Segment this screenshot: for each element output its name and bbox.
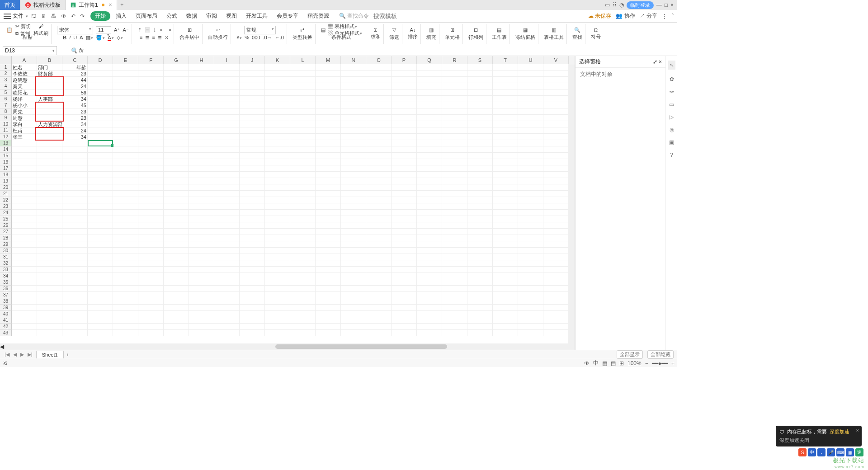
cell[interactable] [214,165,240,172]
align-justify-icon[interactable]: ≣ [158,35,162,41]
cell[interactable] [189,229,214,235]
cell[interactable] [392,178,417,184]
cell[interactable] [493,235,518,241]
cell[interactable] [392,102,417,108]
cell[interactable] [543,108,569,115]
cell[interactable] [164,324,189,330]
cell[interactable] [12,153,37,159]
cell[interactable] [518,222,543,229]
cell[interactable] [493,311,518,317]
cell[interactable] [442,305,467,311]
cell[interactable] [240,197,265,203]
cell[interactable] [493,191,518,197]
cell[interactable] [417,317,442,324]
cell[interactable] [265,89,290,96]
cell[interactable] [37,165,62,172]
cell[interactable] [493,254,518,260]
cell[interactable] [62,324,88,330]
cell[interactable] [543,241,569,248]
row-header[interactable]: 15 [0,153,12,159]
cell[interactable] [189,89,214,96]
cell[interactable] [240,267,265,273]
cell[interactable] [265,292,290,298]
cell[interactable] [442,317,467,324]
cell[interactable] [366,134,392,140]
cell[interactable] [543,235,569,241]
col-header-M[interactable]: M [316,56,341,64]
row-header[interactable]: 36 [0,286,12,292]
show-all-button[interactable]: 全部显示 [617,350,643,359]
cell[interactable] [138,292,164,298]
cell[interactable] [467,273,493,279]
cell[interactable] [189,108,214,115]
font-size-select[interactable]: 11 [96,26,111,33]
cell[interactable] [138,96,164,102]
paste-icon[interactable]: 📋 [6,27,13,33]
cell[interactable] [417,298,442,305]
cell[interactable] [290,292,316,298]
cell[interactable] [366,298,392,305]
cell[interactable] [442,146,467,153]
cell[interactable] [442,64,467,70]
cell[interactable] [113,146,138,153]
cell[interactable] [240,203,265,210]
cell[interactable] [316,140,341,146]
menu-insert[interactable]: 插入 [112,12,130,20]
cell[interactable] [113,140,138,146]
cell[interactable] [493,83,518,89]
cell[interactable] [543,222,569,229]
cell[interactable] [12,330,37,336]
cell[interactable] [366,178,392,184]
cell[interactable] [366,273,392,279]
cell[interactable] [138,203,164,210]
cell[interactable] [12,298,37,305]
cell[interactable] [467,121,493,127]
cell[interactable] [543,153,569,159]
cell[interactable] [392,203,417,210]
wrap-icon[interactable]: ↩ [216,27,220,33]
cell[interactable] [88,140,113,146]
cell[interactable] [316,305,341,311]
cell[interactable] [341,121,366,127]
cell[interactable] [366,203,392,210]
cell[interactable] [442,216,467,222]
cell[interactable] [392,77,417,83]
cell[interactable] [417,159,442,165]
cell[interactable] [518,121,543,127]
cell[interactable] [316,96,341,102]
cell[interactable] [138,267,164,273]
cell[interactable] [518,172,543,178]
cell[interactable] [392,267,417,273]
cell[interactable] [62,197,88,203]
cell[interactable] [214,254,240,260]
cell[interactable] [138,197,164,203]
cell[interactable] [290,146,316,153]
cell[interactable] [113,292,138,298]
cell[interactable] [164,165,189,172]
cell[interactable] [467,324,493,330]
cell[interactable] [12,172,37,178]
cell[interactable] [366,279,392,286]
cell[interactable] [392,159,417,165]
cell[interactable] [341,159,366,165]
col-header-Q[interactable]: Q [417,56,442,64]
cell[interactable] [366,165,392,172]
cell[interactable] [467,127,493,134]
cell[interactable] [543,127,569,134]
cell[interactable] [366,267,392,273]
cell[interactable] [240,292,265,298]
col-header-D[interactable]: D [88,56,113,64]
cell[interactable]: 欧阳花 [12,89,37,96]
cell[interactable] [518,134,543,140]
dec-decrease-icon[interactable]: ←.0 [275,35,284,40]
view-page-icon[interactable]: ▤ [611,360,616,367]
cell[interactable] [189,235,214,241]
cell[interactable] [442,248,467,254]
cell[interactable] [88,292,113,298]
cell[interactable] [164,115,189,121]
cell[interactable] [518,248,543,254]
cell[interactable] [392,210,417,216]
cell[interactable] [164,83,189,89]
cell[interactable] [467,96,493,102]
cell[interactable] [366,70,392,77]
